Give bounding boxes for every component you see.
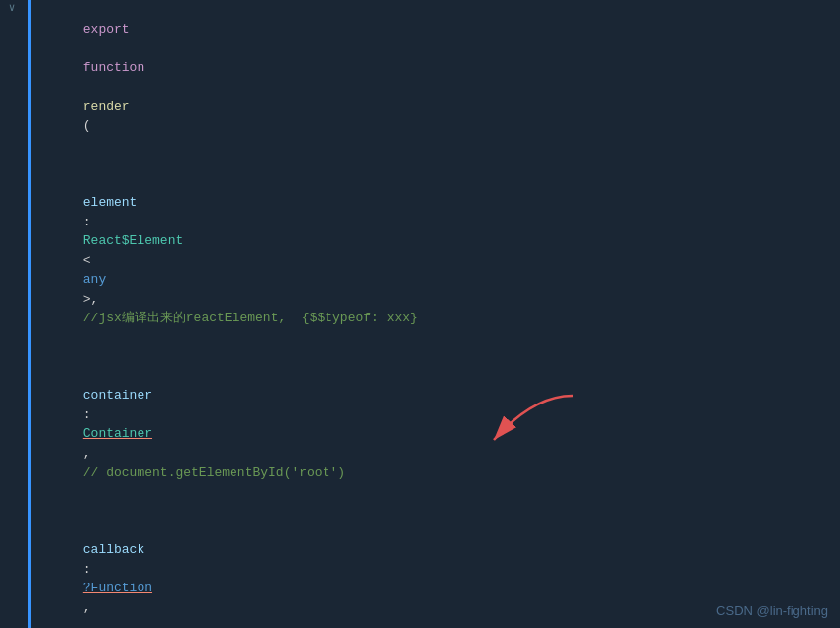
code-line: callback : ?Function , <box>0 501 840 628</box>
fold-arrow[interactable] <box>5 0 19 17</box>
type-container: Container <box>83 426 152 441</box>
param-container: container <box>83 388 152 403</box>
keyword-export: export <box>83 22 130 37</box>
type-react-element: React$Element <box>83 233 183 248</box>
code-line: container : Container , // document.getE… <box>0 347 840 501</box>
comment-container: // document.getElementById('root') <box>83 465 345 480</box>
keyword-function: function <box>83 60 144 75</box>
red-arrow <box>454 386 593 455</box>
type-any: any <box>83 272 106 287</box>
code-line: element : React$Element < any >, //jsx编译… <box>0 154 840 347</box>
code-line: export function render ( <box>0 0 840 154</box>
code-editor: export function render ( element : React… <box>0 0 840 628</box>
comment-jsx: //jsx编译出来的reactElement, {$$typeof: xxx} <box>83 311 418 325</box>
type-function: ?Function <box>83 581 152 595</box>
watermark: CSDN @lin-fighting <box>716 601 828 621</box>
param-element: element <box>83 195 138 210</box>
param-callback: callback <box>83 542 144 557</box>
function-name: render <box>83 99 130 114</box>
